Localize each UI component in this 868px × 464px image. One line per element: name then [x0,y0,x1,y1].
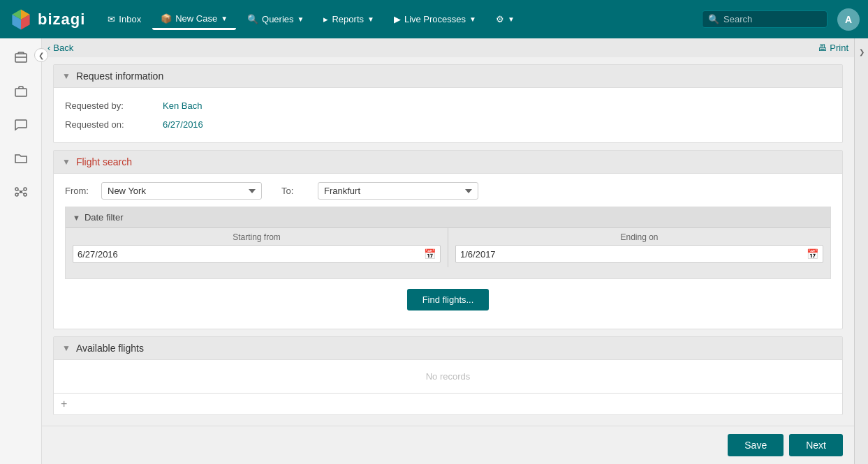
nav-live-processes[interactable]: ▶ Live Processes ▼ [385,10,485,29]
nav-reports[interactable]: ▸ Reports ▼ [315,10,382,29]
ending-on-input[interactable] [460,249,807,260]
svg-rect-7 [15,89,27,96]
logo-text: bizagi [38,10,85,29]
svg-point-11 [15,193,18,196]
sidebar-collapse-toggle[interactable]: ❮ [34,48,48,62]
to-label: To: [281,186,309,196]
search-box: 🔍 [702,10,827,28]
gear-icon: ⚙ [496,14,504,24]
sidebar-item-briefcase[interactable] [7,77,35,105]
svg-line-15 [18,193,20,194]
nav-new-case[interactable]: 📦 New Case ▼ [152,9,236,30]
date-filter-section: ▼ Date filter Starting from 📅 [65,207,831,279]
right-panel-toggle[interactable]: ❯ [854,38,868,464]
request-info-body: Requested by: Ken Bach Requested on: 6/2… [54,88,842,142]
date-filter-title: Date filter [84,212,124,223]
starting-from-label: Starting from [73,232,441,242]
queries-chevron-icon: ▼ [297,15,304,23]
ending-on-label: Ending on [455,232,823,242]
svg-point-10 [24,188,27,190]
queries-icon: 🔍 [247,14,258,24]
requested-by-value: Ken Bach [163,100,202,111]
content-area: ▼ Request information Requested by: Ken … [42,57,854,426]
svg-line-14 [22,190,24,191]
briefcase-icon [14,84,28,98]
svg-point-9 [15,188,18,190]
svg-point-12 [24,193,27,196]
flight-search-collapse-icon[interactable]: ▼ [62,157,71,167]
svg-rect-5 [15,54,27,62]
next-button[interactable]: Next [789,434,843,456]
requested-on-row: Requested on: 6/27/2016 [65,115,831,134]
right-toggle-icon: ❯ [859,48,865,56]
request-info-collapse-icon[interactable]: ▼ [62,71,71,81]
ending-on-col: Ending on 📅 [448,228,830,267]
requested-on-value: 6/27/2016 [163,119,203,130]
date-filter-body: Starting from 📅 Ending on 📅 [66,228,830,267]
live-processes-chevron-icon: ▼ [469,15,476,23]
date-filter-header: ▼ Date filter [66,207,830,228]
starting-from-calendar-icon[interactable]: 📅 [424,248,436,260]
flight-search-body: From: New York London Paris Tokyo To: Fr… [54,174,842,329]
available-flights-collapse-icon[interactable]: ▼ [62,343,71,353]
ending-on-input-wrap: 📅 [455,245,823,263]
back-button[interactable]: ‹ Back [47,43,73,53]
back-chevron-icon: ‹ [47,43,50,53]
nav-inbox[interactable]: ✉ Inbox [99,10,149,29]
svg-line-13 [18,190,20,191]
to-select[interactable]: Frankfurt London Paris New York [318,182,478,200]
new-case-icon: 📦 [161,13,172,24]
flight-search-title: Flight search [76,156,132,167]
from-label: From: [65,186,93,196]
search-icon: 🔍 [708,14,719,24]
sidebar-item-cases[interactable] [7,44,35,72]
requested-by-row: Requested by: Ken Bach [65,96,831,115]
ending-on-calendar-icon[interactable]: 📅 [807,248,818,260]
starting-from-input[interactable] [78,249,424,260]
flight-search-section: ▼ Flight search From: New York London Pa… [53,150,843,329]
print-button[interactable]: 🖶 Print [818,43,848,53]
flight-search-header: ▼ Flight search [54,151,842,174]
footer: Save Next [42,426,854,464]
find-flights-button[interactable]: Find flights... [407,289,490,310]
available-flights-title: Available flights [76,343,144,354]
svg-line-16 [22,193,24,194]
nav-queries[interactable]: 🔍 Queries ▼ [239,10,312,29]
cases-icon [14,51,28,65]
network-icon [14,185,28,199]
request-info-title: Request information [76,70,163,82]
sidebar: ❮ [0,38,42,464]
find-flights-row: Find flights... [65,279,831,320]
available-flights-section: ▼ Available flights No records + [53,336,843,415]
sidebar-item-chat[interactable] [7,111,35,139]
logo-icon [8,7,34,32]
reports-chevron-icon: ▼ [367,15,374,23]
main-layout: ❮ [0,38,868,464]
starting-from-col: Starting from 📅 [66,228,448,267]
live-processes-icon: ▶ [394,14,401,24]
date-filter-collapse-icon[interactable]: ▼ [73,214,80,222]
save-button[interactable]: Save [728,434,784,456]
no-records-text: No records [54,360,842,393]
chat-icon [14,118,28,132]
avatar[interactable]: A [837,8,860,31]
add-flight-button[interactable]: + [54,393,842,414]
folder-icon [14,151,28,165]
search-input[interactable] [723,14,821,24]
requested-by-label: Requested by: [65,100,163,111]
logo[interactable]: bizagi [8,7,85,32]
request-info-section: ▼ Request information Requested by: Ken … [53,64,843,143]
sidebar-item-folder[interactable] [7,144,35,172]
inbox-icon: ✉ [108,14,115,24]
print-icon: 🖶 [818,43,827,53]
requested-on-label: Requested on: [65,119,163,130]
available-flights-body: No records + [54,360,842,414]
starting-from-input-wrap: 📅 [73,245,441,263]
available-flights-header: ▼ Available flights [54,337,842,360]
nav-settings[interactable]: ⚙ ▼ [487,10,523,29]
from-select[interactable]: New York London Paris Tokyo [101,182,262,200]
request-info-header: ▼ Request information [54,65,842,88]
sidebar-item-network[interactable] [7,178,35,206]
toolbar-row: ‹ Back 🖶 Print [42,38,854,57]
from-to-row: From: New York London Paris Tokyo To: Fr… [65,182,831,200]
